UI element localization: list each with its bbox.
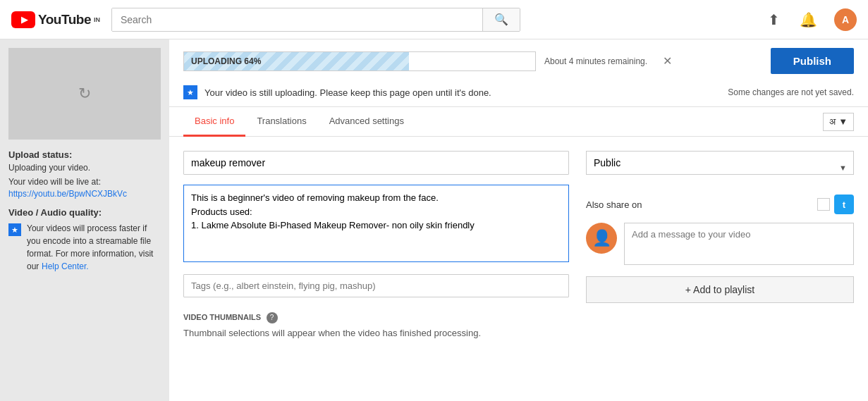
progress-text: UPLOADING 64% <box>191 56 261 66</box>
main-container: ↻ Upload status: Uploading your video. Y… <box>0 39 868 401</box>
quality-title: Video / Audio quality: <box>8 207 161 218</box>
publish-button[interactable]: Publish <box>771 48 854 74</box>
share-icons: t <box>817 195 854 214</box>
youtube-logo[interactable]: YouTubeIN <box>11 11 100 28</box>
warning-star-icon: ★ <box>183 85 197 99</box>
search-input[interactable] <box>112 8 482 31</box>
language-label: अ <box>829 116 836 128</box>
visibility-select-wrapper: Public Unlisted Private <box>586 151 854 185</box>
add-to-playlist-button[interactable]: + Add to playlist <box>586 276 854 303</box>
quality-info-box: ★ Your videos will process faster if you… <box>8 222 161 273</box>
upload-icon[interactable]: ⬆ <box>765 8 783 31</box>
help-center-link[interactable]: Help Center. <box>42 261 89 271</box>
content-area: UPLOADING 64% About 4 minutes remaining.… <box>169 39 868 401</box>
topbar: YouTubeIN 🔍 ⬆ 🔔 A <box>0 0 868 39</box>
tab-advanced-settings[interactable]: Advanced settings <box>318 107 415 137</box>
form-left: VIDEO THUMBNAILS ? Thumbnail selections … <box>183 151 569 338</box>
tags-input[interactable] <box>183 274 569 297</box>
video-live-link[interactable]: https://youtu.be/BpwNCXJBkVc <box>8 189 127 199</box>
also-share-row: Also share on t <box>586 195 854 214</box>
visibility-select[interactable]: Public Unlisted Private <box>586 151 854 175</box>
title-input[interactable] <box>183 151 569 175</box>
question-icon: ? <box>267 312 278 323</box>
upload-top-row: UPLOADING 64% About 4 minutes remaining.… <box>183 48 854 74</box>
warning-text: Your video is still uploading. Please ke… <box>204 87 721 98</box>
upload-status-msg: Uploading your video. <box>8 163 161 173</box>
close-button[interactable]: ✕ <box>663 54 672 68</box>
notifications-icon[interactable]: 🔔 <box>797 8 820 31</box>
video-live-label: Your video will be live at: <box>8 177 161 187</box>
chevron-down-icon: ▼ <box>838 116 848 127</box>
message-input[interactable] <box>624 223 854 265</box>
language-selector[interactable]: अ ▼ <box>823 113 854 131</box>
video-preview: ↻ <box>8 48 161 140</box>
quality-star-icon: ★ <box>8 223 21 236</box>
sidebar: ↻ Upload status: Uploading your video. Y… <box>0 39 169 401</box>
thumbnails-subtitle: Thumbnail selections will appear when th… <box>183 328 569 338</box>
progress-section: UPLOADING 64% About 4 minutes remaining.… <box>183 51 771 71</box>
description-textarea[interactable] <box>183 185 569 262</box>
upload-status-title: Upload status: <box>8 149 161 160</box>
progress-bar-container: UPLOADING 64% <box>183 51 536 71</box>
tab-basic-info[interactable]: Basic info <box>183 107 245 137</box>
avatar[interactable]: A <box>834 8 857 31</box>
share-checkbox[interactable] <box>817 198 830 211</box>
topbar-icons: ⬆ 🔔 A <box>765 8 857 31</box>
message-row: 👤 <box>586 223 854 265</box>
logo-text: YouTube <box>38 12 91 27</box>
tab-translations[interactable]: Translations <box>245 107 317 137</box>
user-avatar: 👤 <box>586 223 617 254</box>
upload-banner: UPLOADING 64% About 4 minutes remaining.… <box>169 39 868 107</box>
also-share-label: Also share on <box>586 199 642 210</box>
time-remaining: About 4 minutes remaining. <box>544 56 647 66</box>
thumbnails-section: VIDEO THUMBNAILS ? Thumbnail selections … <box>183 311 569 338</box>
search-bar: 🔍 <box>111 8 520 32</box>
thumbnails-title: VIDEO THUMBNAILS <box>183 313 261 321</box>
loading-spinner: ↻ <box>78 85 91 103</box>
search-button[interactable]: 🔍 <box>482 8 520 31</box>
youtube-logo-icon <box>11 11 35 28</box>
upload-warning-row: ★ Your video is still uploading. Please … <box>183 80 854 106</box>
form-right: Public Unlisted Private Also share on t … <box>586 151 854 338</box>
tabs-row: Basic info Translations Advanced setting… <box>169 107 868 137</box>
unsaved-text: Some changes are not yet saved. <box>728 87 854 97</box>
quality-text-block: Your videos will process faster if you e… <box>27 222 161 273</box>
form-area: VIDEO THUMBNAILS ? Thumbnail selections … <box>169 137 868 352</box>
twitter-icon[interactable]: t <box>834 195 854 214</box>
logo-country: IN <box>94 16 100 23</box>
